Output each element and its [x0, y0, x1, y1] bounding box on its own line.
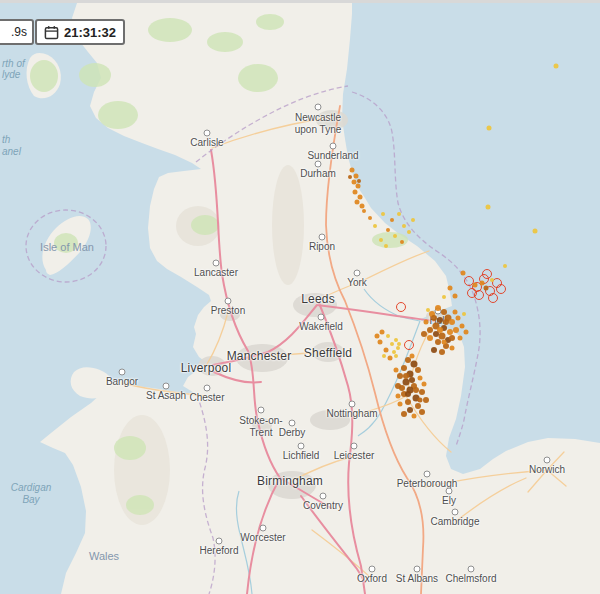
strike-dot [386, 334, 390, 338]
strike-dot [453, 310, 458, 315]
strike-dot [357, 179, 361, 183]
calendar-icon [44, 25, 59, 40]
strike-dot [401, 365, 407, 371]
strike-dot [350, 168, 355, 173]
strike-dot [453, 294, 458, 299]
strike-dot [384, 348, 389, 353]
strike-dot [419, 409, 425, 415]
strike-dot [388, 356, 393, 361]
strike-dot [358, 195, 363, 200]
strike-dot [360, 204, 365, 209]
strike-dot [400, 240, 404, 244]
strike-dot [398, 402, 403, 407]
delay-label: .9s [11, 25, 27, 39]
strike-dot [450, 346, 455, 351]
strike-dot [424, 320, 429, 325]
strike-dot [382, 354, 386, 358]
strike-dot [449, 319, 455, 325]
strike-dot [353, 190, 358, 195]
strike-dot [405, 391, 411, 397]
strike-dot [464, 330, 469, 335]
strike-dot [397, 212, 401, 216]
strike-dot [461, 271, 466, 276]
strike-dot [480, 281, 485, 286]
strike-dot [399, 385, 405, 391]
strike-dot [403, 373, 409, 379]
strike-dot [381, 212, 385, 216]
strike-dot [405, 399, 411, 405]
strike-dot [456, 316, 461, 321]
strike-dot [433, 331, 439, 337]
strike-dot [418, 376, 423, 381]
strike-dot [356, 184, 361, 189]
strike-dot [533, 229, 538, 234]
strike-dot [415, 403, 421, 409]
strike-dot [407, 230, 411, 234]
strike-dot [412, 414, 417, 419]
delay-indicator[interactable]: .9s [0, 19, 34, 45]
strike-dot [396, 346, 400, 350]
strike-dot [554, 64, 559, 69]
strike-dot [355, 200, 360, 205]
strike-dot [490, 278, 494, 282]
strike-dot [426, 308, 430, 312]
strike-dot [386, 228, 390, 232]
strike-dot [448, 286, 453, 291]
strike-dot [462, 312, 466, 316]
strike-dot [449, 335, 455, 341]
strike-dot [407, 407, 413, 413]
strike-dot [431, 315, 437, 321]
strike-dot [401, 411, 407, 417]
strike-dot [503, 264, 507, 268]
strike-dot [431, 347, 437, 353]
clock-time: 21:31:32 [64, 25, 116, 40]
lightning-map[interactable]: rth oflydethanelIsle of ManCardigan BayW… [0, 0, 600, 594]
strike-dot [394, 354, 398, 358]
strike-dot [415, 367, 421, 373]
strike-dot [380, 330, 385, 335]
strike-dot [384, 244, 388, 248]
strike-dot [396, 394, 401, 399]
strike-dot [368, 216, 372, 220]
strike-dot [402, 224, 406, 228]
strike-dot [422, 382, 427, 387]
strike-dot [421, 331, 427, 337]
strike-dot [458, 336, 463, 341]
strike-dot [418, 398, 423, 403]
strike-ring [396, 302, 406, 312]
strike-dot [411, 218, 415, 222]
strike-dot [375, 334, 380, 339]
strike-dot [442, 295, 446, 299]
strike-dot [486, 205, 491, 210]
clock-control[interactable]: 21:31:32 [35, 19, 125, 45]
strike-dot [423, 397, 429, 403]
strike-dot [427, 335, 433, 341]
strike-dot [427, 327, 433, 333]
strike-dot [443, 319, 449, 325]
strike-dot [362, 209, 366, 213]
strike-dot [487, 126, 492, 131]
strike-dot [397, 342, 401, 346]
strike-dot [435, 305, 441, 311]
strike-dot [390, 218, 394, 222]
strike-ring [496, 284, 506, 294]
strike-dot [419, 389, 425, 395]
strike-dot [394, 368, 399, 373]
strike-dot [379, 238, 383, 242]
strike-dot [442, 340, 447, 345]
strike-ring [488, 293, 498, 303]
strike-ring [467, 288, 477, 298]
strike-dot [409, 377, 415, 383]
strike-dot [373, 224, 377, 228]
strike-dot [439, 349, 445, 355]
strikes-layer [0, 0, 600, 594]
strike-dot [410, 354, 415, 359]
strike-dot [393, 234, 397, 238]
strike-ring [404, 340, 414, 350]
strike-dot [460, 324, 465, 329]
strike-dot [453, 327, 459, 333]
strike-dot [354, 174, 359, 179]
strike-dot [473, 283, 478, 288]
strike-dot [413, 387, 419, 393]
strike-dot [435, 339, 441, 345]
